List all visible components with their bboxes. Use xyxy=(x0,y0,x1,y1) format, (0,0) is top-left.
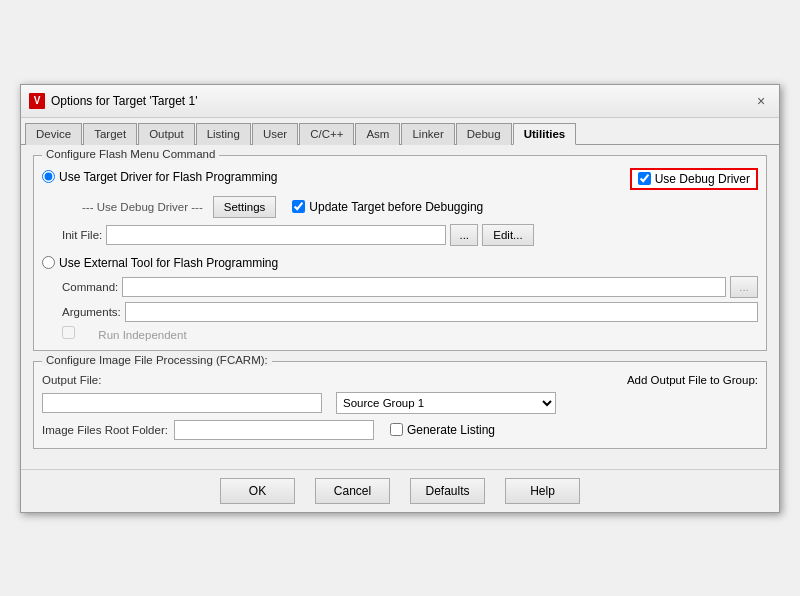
tab-user[interactable]: User xyxy=(252,123,298,145)
init-file-row: Init File: ... Edit... xyxy=(62,224,758,246)
dialog-title: Options for Target 'Target 1' xyxy=(51,94,197,108)
tab-utilities[interactable]: Utilities xyxy=(513,123,577,145)
title-bar-left: V Options for Target 'Target 1' xyxy=(29,93,197,109)
title-bar: V Options for Target 'Target 1' × xyxy=(21,85,779,118)
flash-group-content: Use Target Driver for Flash Programming … xyxy=(42,168,758,342)
radio-external-tool-row: Use External Tool for Flash Programming xyxy=(42,256,758,270)
command-browse-button[interactable]: ... xyxy=(730,276,758,298)
group-select[interactable]: Source Group 1 xyxy=(336,392,556,414)
command-row: Command: ... xyxy=(62,276,758,298)
output-file-label: Output File: xyxy=(42,374,101,386)
bottom-bar: OK Cancel Defaults Help xyxy=(21,469,779,512)
output-file-input[interactable] xyxy=(42,393,322,413)
generate-listing-label: Generate Listing xyxy=(407,423,495,437)
content-area: Configure Flash Menu Command Use Target … xyxy=(21,145,779,469)
tab-cpp[interactable]: C/C++ xyxy=(299,123,354,145)
image-group: Configure Image File Processing (FCARM):… xyxy=(33,361,767,449)
arguments-label: Arguments: xyxy=(62,306,121,318)
ok-button[interactable]: OK xyxy=(220,478,295,504)
tab-asm[interactable]: Asm xyxy=(355,123,400,145)
command-input[interactable] xyxy=(122,277,726,297)
tab-target[interactable]: Target xyxy=(83,123,137,145)
use-debug-driver-label: Use Debug Driver xyxy=(655,172,750,186)
tab-listing[interactable]: Listing xyxy=(196,123,251,145)
run-independent-label: Run Independent xyxy=(98,329,186,341)
add-output-label: Add Output File to Group: xyxy=(627,374,758,386)
driver-name-label: --- Use Debug Driver --- xyxy=(82,201,203,213)
flash-group-label: Configure Flash Menu Command xyxy=(42,148,219,160)
tab-output[interactable]: Output xyxy=(138,123,195,145)
init-file-label: Init File: xyxy=(62,229,102,241)
tab-linker[interactable]: Linker xyxy=(401,123,454,145)
settings-button[interactable]: Settings xyxy=(213,196,277,218)
radio-external-tool-label: Use External Tool for Flash Programming xyxy=(59,256,278,270)
tab-debug[interactable]: Debug xyxy=(456,123,512,145)
arguments-row: Arguments: xyxy=(62,302,758,322)
dialog-window: V Options for Target 'Target 1' × Device… xyxy=(20,84,780,513)
run-independent-checkbox[interactable] xyxy=(62,326,75,339)
init-file-input[interactable] xyxy=(106,225,446,245)
generate-listing-checkbox[interactable] xyxy=(390,423,403,436)
cancel-button[interactable]: Cancel xyxy=(315,478,390,504)
init-browse-button[interactable]: ... xyxy=(450,224,478,246)
arguments-input[interactable] xyxy=(125,302,758,322)
help-button[interactable]: Help xyxy=(505,478,580,504)
app-icon: V xyxy=(29,93,45,109)
radio-external-tool[interactable] xyxy=(42,256,55,269)
flash-group: Configure Flash Menu Command Use Target … xyxy=(33,155,767,351)
update-target-checkbox[interactable] xyxy=(292,200,305,213)
edit-button[interactable]: Edit... xyxy=(482,224,533,246)
radio-target-driver-label: Use Target Driver for Flash Programming xyxy=(59,170,278,184)
tab-device[interactable]: Device xyxy=(25,123,82,145)
radio-target-driver-row: Use Target Driver for Flash Programming xyxy=(42,170,278,184)
image-group-label: Configure Image File Processing (FCARM): xyxy=(42,354,272,366)
defaults-button[interactable]: Defaults xyxy=(410,478,485,504)
update-target-label: Update Target before Debugging xyxy=(309,200,483,214)
use-debug-driver-checkbox[interactable] xyxy=(638,172,651,185)
root-folder-input[interactable] xyxy=(174,420,374,440)
debug-driver-box: Use Debug Driver xyxy=(630,168,758,190)
radio-target-driver[interactable] xyxy=(42,170,55,183)
tab-bar: Device Target Output Listing User C/C++ … xyxy=(21,118,779,145)
command-label: Command: xyxy=(62,281,118,293)
image-group-content: Output File: Add Output File to Group: S… xyxy=(42,374,758,440)
close-button[interactable]: × xyxy=(751,91,771,111)
root-folder-label: Image Files Root Folder: xyxy=(42,424,168,436)
